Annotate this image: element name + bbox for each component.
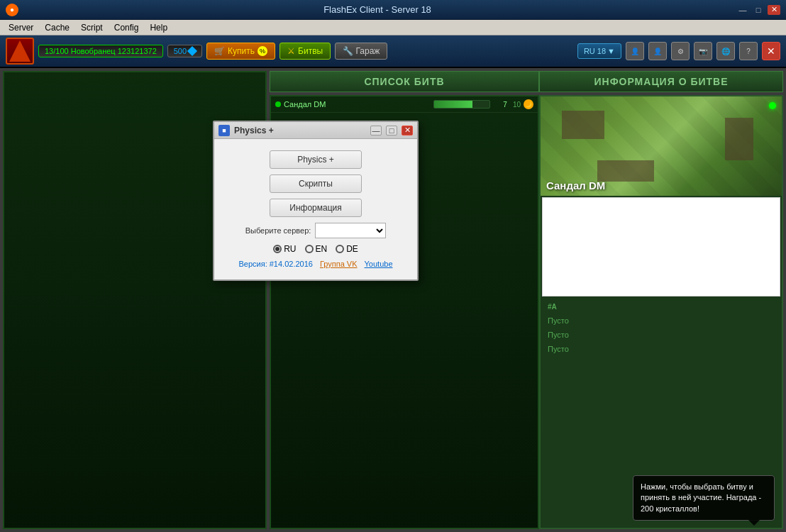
battle-indicator [275,101,281,107]
radio-row: RU EN DE [273,244,358,254]
battle-max-label: 10 [513,101,521,109]
battle-name: Сандал DM [284,100,431,109]
physics-close-btn[interactable]: ✕ [402,126,413,135]
battles-icon: ⚔ [287,46,295,56]
title-bar: ● FlashEx Client - Server 18 — □ ✕ [0,0,786,20]
crystals-value: 500 [174,47,187,55]
menu-script[interactable]: Script [75,21,109,34]
scripts-button[interactable]: Скрипты [270,174,362,193]
rank-icon [9,40,31,62]
map-battle-title: Сандал DM [546,179,605,192]
tooltip-text: Нажми, чтобы выбрать битву и принять в н… [641,482,761,513]
exp-bar: 13/100 Новобранец 123121372 [38,45,163,57]
avatar-btn-4[interactable]: 🌐 [716,42,735,60]
physics-footer: Версия: #14.02.2016 Группа VK Youtube [238,260,392,268]
crystals-display: 500 [167,45,202,57]
version-label: Версия: #14.02.2016 [238,260,312,268]
rank-badge [6,38,34,65]
info-rows: #A Пусто Пусто Пусто [541,298,782,359]
minimize-button[interactable]: — [736,5,749,15]
youtube-link[interactable]: Youtube [365,260,393,268]
battles-button[interactable]: ⚔ Битвы [279,43,331,60]
app-icon: ● [6,4,18,16]
maximize-button[interactable]: □ [752,5,765,15]
tooltip-box: Нажми, чтобы выбрать битву и принять в н… [633,475,775,521]
avatar-btn-2[interactable]: 👤 [648,42,667,60]
map-building-1 [562,111,604,139]
info-row-players: #A [543,301,779,314]
menu-help[interactable]: Help [144,21,173,34]
server-selector[interactable]: RU 18 ▼ [577,43,621,59]
garage-button[interactable]: 🔧 Гараж [335,43,387,60]
info-empty-3: Пусто [543,342,779,356]
title-controls: — □ ✕ [736,5,780,15]
radio-en-label: EN [316,244,328,254]
info-header: ИНФОРМАЦИЯ О БИТВЕ [539,71,783,92]
right-panel: ИНФОРМАЦИЯ О БИТВЕ Сандал DM #A [539,71,783,529]
info-row-hash: #A [548,303,562,311]
menu-config[interactable]: Config [109,21,145,34]
radio-en-button[interactable] [305,245,314,253]
battle-map-preview: Сандал DM [541,96,782,196]
avatar-btn-1[interactable]: 👤 [626,42,644,60]
garage-label: Гараж [355,46,380,56]
battle-player-count: 7 [493,101,507,109]
physics-body: Physics + Скрипты Информация Выберите се… [214,139,417,279]
battle-info-area: Сандал DM #A Пусто Пусто Пусто Нажми, чт… [539,95,783,529]
close-button[interactable]: ✕ [768,5,780,15]
map-building-3 [597,160,654,182]
radio-de-label: DE [346,244,358,254]
radio-ru-label: RU [284,244,296,254]
menu-bar: Server Cache Script Config Help [0,20,786,35]
menu-server[interactable]: Server [3,21,39,34]
map-building-2 [725,118,753,160]
physics-minimize-btn[interactable]: — [370,126,382,135]
buy-badge: % [258,46,267,56]
info-empty-2: Пусто [543,328,779,342]
help-btn[interactable]: ? [739,42,758,60]
vk-link[interactable]: Группа VK [320,260,358,268]
exp-text: 13/100 Новобранец 123121372 [45,47,157,55]
garage-icon: 🔧 [343,46,353,56]
battles-header: СПИСОК БИТВ [270,71,539,92]
buy-icon: 🛒 [214,46,225,56]
battle-row[interactable]: Сандал DM 7 10 🌙 [271,96,538,113]
physics-titlebar: ■ Physics + — □ ✕ [214,122,417,139]
buy-button[interactable]: 🛒 Купить % [206,43,275,60]
battle-type-icon: 🌙 [524,99,533,109]
physics-plus-button[interactable]: Physics + [270,150,362,169]
radio-de[interactable]: DE [336,244,358,254]
radio-ru-button[interactable] [273,245,282,253]
physics-icon: ■ [218,125,230,136]
radio-en[interactable]: EN [305,244,328,254]
toolbar: 13/100 Новобранец 123121372 500 🛒 Купить… [0,35,786,68]
battle-progress [433,100,490,109]
server-label: RU 18 [584,47,606,55]
battles-header-label: СПИСОК БИТВ [364,76,444,87]
info-button[interactable]: Информация [270,199,362,217]
toolbar-close-btn[interactable]: ✕ [762,42,780,60]
battle-progress-fill [434,101,473,108]
radio-ru[interactable]: RU [273,244,296,254]
physics-maximize-btn[interactable]: □ [386,126,397,135]
physics-title: Physics + [234,126,366,135]
radio-de-button[interactable] [336,245,344,253]
server-select[interactable] [315,223,386,238]
avatar-btn-3[interactable]: 📷 [694,42,712,60]
settings-btn[interactable]: ⚙ [671,42,690,60]
battle-content-area [542,197,780,297]
server-select-row: Выберите сервер: [245,223,387,238]
buy-label: Купить [228,46,255,56]
physics-window: ■ Physics + — □ ✕ Physics + Скрипты Инфо… [213,121,419,281]
map-status-indicator [769,102,776,109]
info-empty-1: Пусто [543,314,779,328]
info-header-label: ИНФОРМАЦИЯ О БИТВЕ [594,76,728,87]
battles-label: Битвы [298,46,323,56]
window-title: FlashEx Client - Server 18 [18,4,736,15]
server-dropdown-icon: ▼ [607,47,615,55]
menu-cache[interactable]: Cache [39,21,75,34]
server-select-label: Выберите сервер: [245,226,311,235]
crystal-icon [187,46,197,56]
